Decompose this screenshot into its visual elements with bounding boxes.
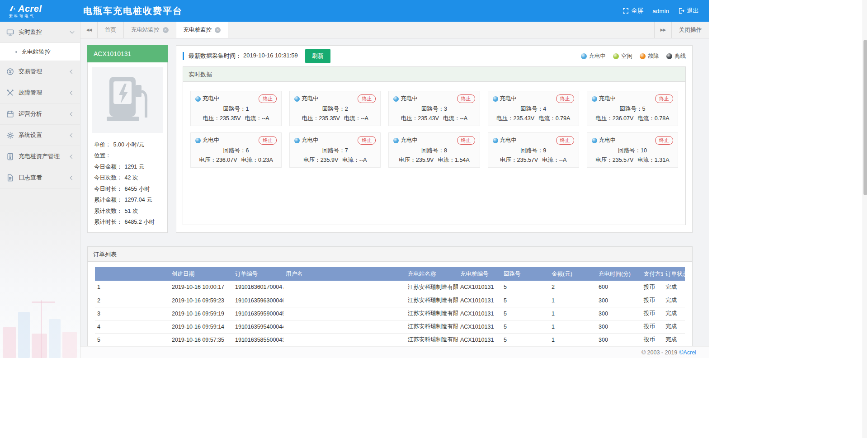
stat-label: 单价： [94,141,111,149]
cell-create-date: 2019-10-16 09:59:19 [170,307,233,320]
terminate-button[interactable]: 终止 [358,136,376,145]
order-row[interactable]: 3 2019-10-16 09:59:19 1910163595900045 江… [95,307,685,320]
order-row[interactable]: 1 2019-10-16 10:00:17 1910163601700047 江… [95,281,685,294]
cell-circuit-no: 5 [501,320,549,333]
terminate-button[interactable]: 终止 [358,94,376,103]
legend-label: 充电中 [589,52,606,60]
sidebar-item-faults[interactable]: 故障管理 [0,82,80,104]
circuit-status: 充电中 [500,137,517,144]
terminate-button[interactable]: 终止 [457,136,475,145]
tab-home[interactable]: 首页 [98,22,124,38]
current-value: --A [262,115,269,122]
terminate-button[interactable]: 终止 [457,94,475,103]
circuit-card: 充电中 终止 回路号：10 电压：235.57V电流：1.31A [587,132,678,168]
sidebar-item-label: 交易管理 [19,67,42,75]
sidebar-item-realtime-monitor[interactable]: 实时监控 [0,22,80,43]
cell-pay-method: 投币 [642,294,663,307]
circuit-status: 充电中 [203,95,220,103]
circuit-no-value: 5 [642,106,645,112]
tabs-scroll-right-button[interactable]: ▶▶ [654,22,671,38]
circuit-card: 充电中 终止 回路号：8 电压：235.9V电流：1.54A [388,132,480,168]
stat-value: 1297.04 元 [125,196,152,204]
order-row[interactable]: 4 2019-10-16 09:59:14 1910163595400044 江… [95,320,685,333]
row-index: 5 [95,333,170,346]
legend-item: 离线 [666,52,686,60]
order-row[interactable]: 5 2019-10-16 09:57:35 1910163585500043 江… [95,333,685,346]
collect-time-value: 2019-10-16 10:31:59 [243,52,298,60]
tab-pile-monitor[interactable]: 充电桩监控 × [176,22,229,38]
voltage-value: 235.43V [418,115,439,122]
terminate-button[interactable]: 终止 [556,94,574,103]
cell-username [283,333,406,346]
cell-amount: 1 [549,294,596,307]
current-label: 电流： [245,115,262,122]
vertical-scrollbar[interactable] [863,0,867,438]
charging-status-dot-icon [592,138,597,143]
voltage-value: 235.35V [220,115,241,122]
terminate-button[interactable]: 终止 [259,94,277,103]
circuit-no-label: 回路号： [520,106,543,112]
column-header: 金额(元) [549,267,596,281]
close-tab-icon[interactable]: × [163,27,169,33]
sidebar-item-station-monitor[interactable]: 充电站监控 [0,43,80,61]
tab-label: 充电站监控 [131,26,160,34]
circuit-status: 充电中 [599,95,616,103]
column-header: 回路号 [501,267,549,281]
cell-username [283,307,406,320]
current-label: 电流： [344,115,361,122]
sidebar-item-logs[interactable]: 日志查看 [0,167,80,188]
circuit-status: 充电中 [500,95,517,103]
scrollbar-thumb[interactable] [863,40,867,195]
tabs-scroll-left-button[interactable]: ◀◀ [80,22,98,38]
chevron-left-icon [70,90,75,95]
sidebar-item-settings[interactable]: 系统设置 [0,125,80,146]
cell-username [283,294,406,307]
sidebar-item-analytics[interactable]: 运营分析 [0,104,80,125]
cell-order-no: 1910163595400044 [233,320,283,333]
sidebar-subitem-label: 充电站监控 [21,48,51,56]
circuit-no-label: 回路号： [619,106,642,112]
pile-id-header: ACX1010131 [87,45,168,62]
sidebar-item-pile-assets[interactable]: 充电桩资产管理 [0,146,80,167]
circuit-no-value: 4 [543,106,546,112]
voltage-label: 电压： [595,115,613,122]
close-tab-icon[interactable]: × [215,27,221,33]
pile-info-panel: ACX1010131 单价： 5.00 小时/元 [87,45,168,233]
brand-link[interactable]: ©Acrel [679,349,696,356]
circuit-card: 充电中 终止 回路号：3 电压：235.43V电流：--A [388,91,480,126]
stat-value: 51 次 [125,207,138,215]
brand-logo: Acrel 安科瑞电气 [0,4,80,18]
current-value: 0.23A [258,157,273,163]
sidebar-item-label: 系统设置 [19,131,42,139]
tab-station-monitor[interactable]: 充电站监控 × [124,22,176,38]
terminate-button[interactable]: 终止 [259,136,277,145]
close-operations-button[interactable]: 关闭操作 [671,22,709,38]
current-label: 电流： [438,157,455,163]
collect-time-label: 最新数据采集时间： [189,52,241,60]
voltage-label: 电压： [203,115,220,122]
current-label: 电流： [542,157,559,163]
chevron-left-icon [70,112,75,116]
cell-duration: 300 [596,320,642,333]
user-menu[interactable]: admin [652,8,669,14]
refresh-button[interactable]: 刷新 [305,49,330,63]
terminate-button[interactable]: 终止 [655,94,673,103]
terminate-button[interactable]: 终止 [655,136,673,145]
voltage-value: 235.9V [321,157,339,163]
stat-value: 42 次 [125,174,138,182]
fullscreen-button[interactable]: 全屏 [623,7,643,15]
logout-button[interactable]: 退出 [678,7,699,15]
terminate-button[interactable]: 终止 [556,136,574,145]
cell-pay-method: 投币 [642,307,663,320]
current-value: --A [359,157,367,163]
sidebar-item-transactions[interactable]: 交易管理 [0,61,80,82]
circuit-status: 充电中 [302,95,319,103]
pile-stat-row: 今日金额： 1291 元 [94,161,167,173]
voltage-label: 电压： [302,115,319,122]
order-row[interactable]: 2 2019-10-16 09:59:23 1910163596300046 江… [95,294,685,307]
cell-pile-no: ACX1010131 [458,294,501,307]
sidebar-item-label: 日志查看 [19,174,42,182]
chevron-left-icon [70,69,75,74]
stat-value: 6485.2 小时 [125,218,155,226]
cell-username [283,320,406,333]
